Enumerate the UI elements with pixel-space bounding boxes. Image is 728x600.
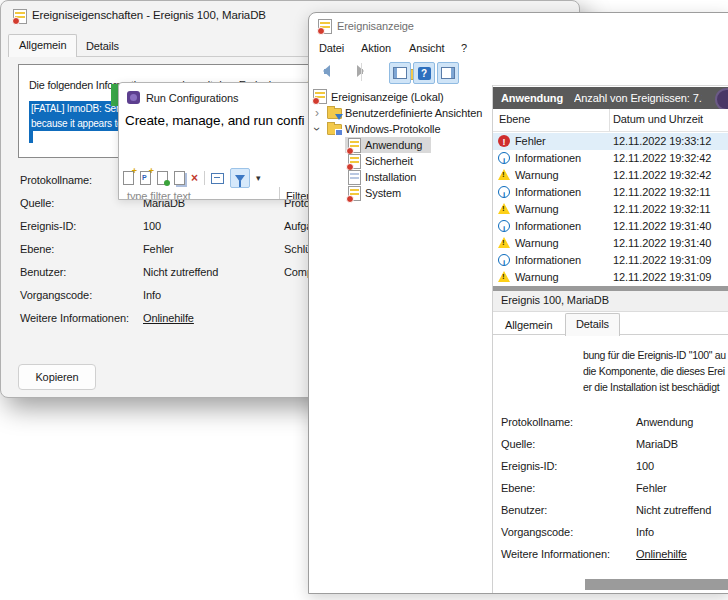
duplicate-icon[interactable] [174,171,185,185]
event-viewer-window: Ereignisanzeige Datei Aktion Ansicht ? ?… [308,12,728,594]
menu-datei[interactable]: Datei [319,42,344,54]
tab-allgemein[interactable]: Allgemein [8,34,77,57]
description-fragment: die Komponente, die dieses Erei [583,363,728,379]
table-row[interactable]: Informationen 12.11.2022 19:32:42 [493,150,728,167]
link-prototype-icon[interactable] [157,171,168,185]
tab-allgemein[interactable]: Allgemein [495,315,562,335]
online-help-link[interactable]: Onlinehilfe [636,548,687,560]
menu-aktion[interactable]: Aktion [361,42,391,54]
table-row[interactable]: Warnung 12.11.2022 19:32:42 [493,167,728,184]
tree-item-label: Windows-Protokolle [345,123,440,135]
field-label: Ebene: [20,243,54,255]
field-label: Weitere Informationen: [20,312,129,324]
row-datetime: 12.11.2022 19:31:09 [613,254,711,266]
window-title: Ereignisanzeige [337,20,414,32]
field-value: Fehler [636,482,667,494]
info-icon [498,152,510,164]
console-tree-toggle-icon[interactable] [389,62,411,84]
table-row[interactable]: Informationen 12.11.2022 19:31:09 [493,252,728,269]
table-row[interactable]: Warnung 12.11.2022 19:31:09 [493,269,728,286]
setup-log-icon [348,170,361,185]
new-launch-configuration-icon[interactable] [123,171,134,185]
preview-description: bung für die Ereignis-ID "100" au die Ko… [583,347,728,395]
run-configurations-window: Run Configurations Create, manage, and r… [118,82,312,200]
row-datetime: 12.11.2022 19:31:40 [613,237,711,249]
table-row[interactable]: Warnung 12.11.2022 19:32:11 [493,201,728,218]
online-help-link[interactable]: Onlinehilfe [143,312,194,324]
back-icon[interactable] [317,65,331,78]
delete-icon[interactable]: × [191,172,198,185]
row-level: Warnung [515,169,559,181]
chevron-down-icon[interactable]: › [310,127,324,131]
purple-indicator-icon [715,88,728,111]
copy-button[interactable]: Kopieren [18,364,96,390]
field-value: 100 [143,220,161,232]
tab-details[interactable]: Details [76,36,129,56]
table-row[interactable]: Warnung 12.11.2022 19:31:40 [493,235,728,252]
field-label: Weitere Informationen: [501,548,610,560]
column-header-row: Ebene Datum und Uhrzeit [493,109,728,132]
row-level: Informationen [515,254,581,266]
new-prototype-icon[interactable] [140,171,151,185]
tree-item-label: Sicherheit [365,155,413,167]
row-level: Warnung [515,237,559,249]
custom-views-folder-icon [327,108,342,119]
filter-icon[interactable] [230,168,250,188]
preview-title-bar: Ereignis 100, MariaDB [493,291,728,312]
warning-icon [498,169,510,180]
field-value: 100 [636,460,654,472]
field-value: Nicht zutreffend [143,266,218,278]
log-header-bar: Anwendung Anzahl von Ereignissen: 7.311 … [493,87,728,109]
toolbar-separator [204,171,205,185]
row-datetime: 12.11.2022 19:32:42 [613,169,711,181]
table-row[interactable]: Informationen 12.11.2022 19:31:40 [493,218,728,235]
panel-right-icon [441,67,455,79]
selection-tail [29,131,33,143]
bottom-scroll-bar[interactable] [585,579,728,590]
row-datetime: 12.11.2022 19:31:40 [613,220,711,232]
field-label: Ebene: [501,482,535,494]
forward-icon[interactable] [356,65,370,78]
dropdown-caret-icon[interactable]: ▾ [256,173,260,183]
row-level: Informationen [515,220,581,232]
column-datum[interactable]: Datum und Uhrzeit [613,113,703,125]
dialog-heading: Create, manage, and run confi [125,113,304,128]
tree-item-label: Benutzerdefinierte Ansichten [345,107,482,119]
row-level: Informationen [515,186,581,198]
menu-ansicht[interactable]: Ansicht [409,42,444,54]
info-icon [498,254,510,266]
table-row[interactable]: Fehler 12.11.2022 19:33:12 [493,133,728,150]
filter-input[interactable]: type filter text [127,190,191,200]
field-label: Ereignis-ID: [20,220,76,232]
collapse-all-icon[interactable] [211,173,224,184]
column-ebene[interactable]: Ebene [499,113,530,125]
menu-help[interactable]: ? [461,42,467,54]
panel-divider [279,187,280,199]
tree-item-label: System [365,187,401,199]
window-title: Run Configurations [146,92,238,104]
event-viewer-icon [313,89,327,104]
help-toggle-icon[interactable]: ? [413,62,435,84]
field-label: Protokollname: [20,174,92,186]
tree-root-label: Ereignisanzeige (Lokal) [331,91,444,103]
console-tree-panel: Ereignisanzeige (Lokal) › Benutzerdefini… [309,85,493,593]
field-label: Quelle: [501,438,535,450]
application-log-icon [348,138,361,153]
table-row[interactable]: Informationen 12.11.2022 19:32:11 [493,184,728,201]
system-log-icon [348,186,361,201]
tree-item-label: Installation [365,171,416,183]
tree-item-label: Anwendung [365,139,422,151]
windows-logs-folder-icon [327,124,342,135]
action-pane-toggle-icon[interactable] [437,62,459,84]
event-count: Anzahl von Ereignissen: 7.311 (!) N [574,92,702,104]
column-divider[interactable] [609,109,610,131]
preview-tabs: Allgemein Details [493,313,728,335]
warning-icon [498,271,510,282]
field-value: Info [636,526,654,538]
tab-details[interactable]: Details [565,313,620,336]
description-fragment: er die Installation ist beschädigt [583,379,728,395]
field-label: Benutzer: [20,266,66,278]
field-value: Anwendung [636,416,693,428]
field-value: Fehler [143,243,174,255]
chevron-right-icon[interactable]: › [315,106,319,120]
